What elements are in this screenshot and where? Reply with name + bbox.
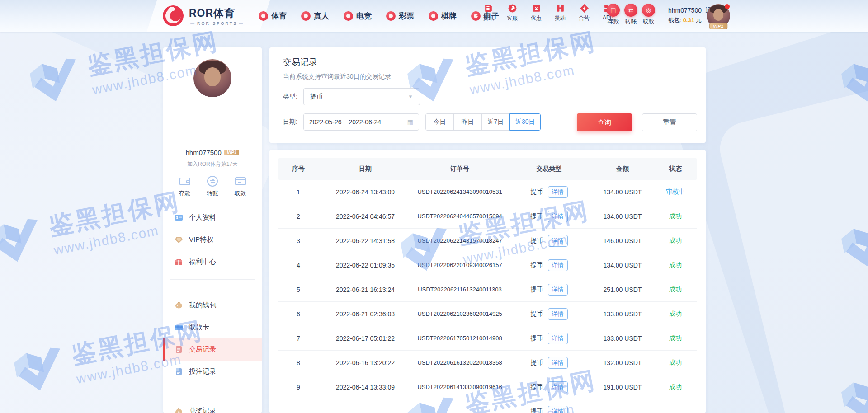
table-row: 3 2022-06-22 14:31:58 USDT20220622143157…: [278, 229, 697, 253]
bg-swoosh: [714, 64, 868, 413]
sidebar-withdraw-button[interactable]: 取款: [234, 175, 247, 197]
table-row: 2 2022-06-24 04:46:57 USDT20220624044657…: [278, 204, 697, 229]
detail-button[interactable]: 详情: [548, 406, 568, 413]
cell-no: 7: [278, 335, 318, 342]
sidebar-transfer-button[interactable]: 转账: [206, 175, 219, 197]
date-range-input[interactable]: 2022-05-26 ~ 2022-06-24 ▦: [303, 113, 419, 131]
cell-type: 提币 详情: [507, 211, 591, 222]
cell-type: 提币 详情: [507, 186, 591, 198]
id-card-icon: [175, 213, 183, 222]
cell-type: 提币 详情: [507, 333, 591, 344]
detail-button[interactable]: 详情: [548, 308, 568, 320]
nav-item-lottery[interactable]: 彩票: [386, 11, 414, 21]
chip-last7days[interactable]: 近7日: [481, 113, 510, 131]
cell-status: 成功: [654, 334, 697, 343]
quicklink-service[interactable]: 客服: [504, 4, 520, 22]
sidebar-item-prize-records[interactable]: 兑奖记录: [163, 400, 262, 413]
divider: [170, 389, 255, 389]
cell-date: 2022-06-22 14:31:58: [318, 237, 412, 244]
svg-text:¥: ¥: [535, 6, 538, 11]
cell-status: 审核中: [654, 188, 697, 196]
cell-order: USDT202206141333090019616: [412, 384, 507, 390]
sidebar-deposit-button[interactable]: 存款: [179, 175, 191, 197]
col-header-status: 状态: [654, 165, 697, 173]
sidebar-item-transactions[interactable]: 交易记录: [163, 338, 262, 361]
deposit-icon: ▤: [607, 4, 620, 17]
header-withdraw-button[interactable]: ◎ 取款: [642, 4, 655, 26]
detail-button[interactable]: 详情: [548, 333, 568, 344]
search-button[interactable]: 查询: [577, 113, 632, 131]
detail-button[interactable]: 详情: [548, 211, 568, 222]
cell-amount: 134.00 USDT: [591, 213, 654, 220]
detail-button[interactable]: 详情: [548, 259, 568, 271]
cell-amount: 251.00 USDT: [591, 286, 654, 293]
ror-logo[interactable]: ROR体育 ROR SPORTS: [162, 5, 245, 27]
sidebar-quick-actions: 存款 转账 取款: [163, 175, 262, 197]
cell-type: 提币 详情: [507, 357, 591, 369]
sidebar-avatar[interactable]: [193, 59, 231, 97]
quicklink-news[interactable]: 资讯: [480, 4, 496, 22]
quicklink-partner[interactable]: 合营: [576, 4, 592, 22]
sidebar-item-vip[interactable]: VIP特权: [163, 229, 262, 251]
sidebar-item-my-wallet[interactable]: 我的钱包: [163, 294, 262, 316]
header-avatar[interactable]: VIP1: [707, 4, 730, 28]
sidebar-item-bets[interactable]: 投注记录: [163, 361, 262, 383]
wallet-outline-icon: [179, 175, 191, 188]
watermark-shield-icon: [9, 343, 70, 397]
quicklink-sponsor[interactable]: 赞助: [552, 4, 568, 22]
cell-amount: 132.00 USDT: [591, 359, 654, 366]
cell-order: USDT202206210236020014925: [412, 310, 507, 317]
card-outline-icon: [234, 175, 247, 188]
cell-order: USDT202206211613240011303: [412, 286, 507, 293]
col-header-amount: 金额: [591, 165, 654, 173]
watermark-shield-icon: [836, 218, 868, 273]
detail-button[interactable]: 详情: [548, 357, 568, 369]
quicklink-promo[interactable]: ¥ 优惠: [528, 4, 544, 22]
transactions-table-card: 序号 日期 订单号 交易类型 金额 状态 1 2022-06-24 13:43:…: [269, 150, 706, 413]
cell-no: 6: [278, 310, 318, 318]
transfer-icon: ⇄: [624, 4, 637, 17]
sidebar-item-withdraw-card[interactable]: 取款卡: [163, 316, 262, 338]
header-deposit-button[interactable]: ▤ 存款: [607, 4, 620, 26]
detail-button[interactable]: 详情: [548, 284, 568, 296]
chip-yesterday[interactable]: 昨日: [453, 113, 482, 131]
watermark-tile: 鉴黑担保网 www.jhdb8.com: [0, 185, 186, 270]
top-header: ROR体育 ROR SPORTS 体育 真人 电竞 彩票 棋牌 电子 资讯 客服…: [0, 0, 868, 32]
vip-diamond-icon: [175, 235, 183, 244]
detail-button[interactable]: 详情: [548, 186, 568, 198]
nav-item-sports[interactable]: 体育: [259, 11, 287, 21]
detail-button[interactable]: 详情: [548, 381, 568, 393]
live-casino-icon: [301, 11, 311, 21]
vip-badge: VIP1: [709, 23, 727, 29]
cell-no: 9: [278, 384, 318, 391]
cell-date: 2022-06-22 01:09:35: [318, 262, 412, 269]
col-header-type: 交易类型: [507, 165, 591, 173]
sidebar-item-welfare[interactable]: 福利中心: [163, 251, 262, 273]
nav-item-chess[interactable]: 棋牌: [429, 11, 457, 21]
detail-button[interactable]: 详情: [548, 235, 568, 247]
nav-item-live[interactable]: 真人: [301, 11, 329, 21]
chip-last30days[interactable]: 近30日: [509, 113, 541, 131]
date-label: 日期:: [283, 118, 297, 126]
type-select-value: 提币: [310, 93, 323, 101]
watermark-tile: 鉴黑担保网 www.jhdb8.com: [836, 190, 868, 274]
divider: [170, 279, 255, 280]
chess-icon: [429, 11, 438, 21]
vip-badge: VIP1: [224, 150, 240, 155]
cell-order: USDT202206161320220018358: [412, 359, 507, 366]
table-header-row: 序号 日期 订单号 交易类型 金额 状态: [278, 158, 697, 180]
sidebar-item-profile[interactable]: 个人资料: [163, 206, 262, 229]
chip-today[interactable]: 今日: [425, 113, 454, 131]
cell-no: 8: [278, 359, 318, 366]
table-row: 5 2022-06-21 16:13:24 USDT20220621161324…: [278, 277, 697, 302]
ror-logo-icon: [162, 5, 184, 27]
table-row: 提币 详情: [278, 399, 697, 413]
withdraw-icon: ◎: [642, 4, 655, 17]
username: hhm077500: [668, 7, 702, 14]
nav-item-esports[interactable]: 电竞: [344, 11, 372, 21]
type-select[interactable]: 提币 ▼: [303, 88, 420, 105]
header-transfer-button[interactable]: ⇄ 转账: [624, 4, 637, 26]
main-nav: 体育 真人 电竞 彩票 棋牌 电子: [259, 0, 499, 32]
reset-button[interactable]: 重置: [642, 113, 697, 131]
cell-status: 成功: [654, 359, 697, 367]
